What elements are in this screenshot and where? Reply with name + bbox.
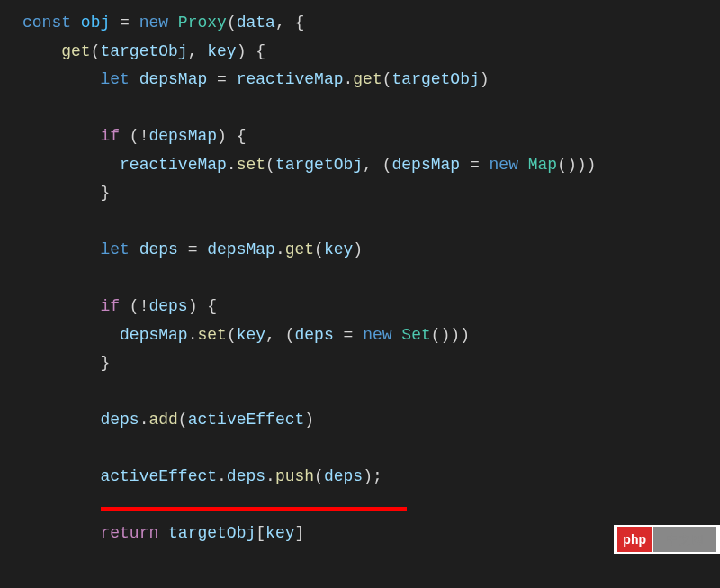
brace-close: } bbox=[100, 184, 110, 202]
punct: ( bbox=[382, 70, 392, 88]
punct: ( bbox=[314, 240, 324, 258]
keyword-new: new bbox=[490, 156, 518, 174]
prop-deps: deps bbox=[227, 467, 266, 485]
punct: ())) bbox=[431, 326, 470, 344]
punct: . bbox=[227, 156, 237, 174]
punct: . bbox=[266, 467, 275, 485]
var-depsMap: depsMap bbox=[148, 127, 217, 145]
var-reactiveMap: reactiveMap bbox=[237, 70, 344, 88]
class-map: Map bbox=[528, 156, 557, 174]
punct: ( bbox=[314, 467, 324, 485]
code-line-empty bbox=[22, 492, 720, 520]
code-line: depsMap.set(key, (deps = new Set())) bbox=[22, 321, 720, 350]
punct: ); bbox=[363, 467, 382, 485]
var-targetObj: targetObj bbox=[168, 524, 256, 542]
punct: . bbox=[217, 467, 227, 485]
keyword-new: new bbox=[140, 14, 168, 32]
method-get: get bbox=[285, 240, 314, 258]
var-deps: deps bbox=[140, 240, 178, 258]
class-proxy: Proxy bbox=[178, 14, 227, 32]
punct: ] bbox=[294, 524, 304, 542]
var-deps: deps bbox=[148, 297, 187, 315]
var-obj: obj bbox=[81, 14, 110, 32]
keyword-new: new bbox=[363, 326, 392, 344]
code-line: reactiveMap.set(targetObj, (depsMap = ne… bbox=[22, 151, 720, 180]
code-line: let deps = depsMap.get(key) bbox=[22, 236, 720, 265]
code-line: if (!deps) { bbox=[22, 293, 720, 321]
punct: ) bbox=[304, 411, 314, 429]
punct: , bbox=[188, 42, 208, 60]
operator: = bbox=[207, 70, 236, 88]
watermark-brand: php bbox=[617, 527, 652, 553]
keyword-if: if bbox=[100, 127, 120, 145]
operator: = bbox=[334, 326, 363, 344]
code-editor: const obj = new Proxy(data, { get(target… bbox=[22, 9, 720, 548]
brace-close: } bbox=[100, 354, 110, 372]
param-key: key bbox=[207, 42, 236, 60]
var-data: data bbox=[237, 14, 275, 32]
keyword-return: return bbox=[100, 524, 158, 542]
class-set: Set bbox=[401, 326, 430, 344]
var-reactiveMap: reactiveMap bbox=[120, 156, 227, 174]
method-add: add bbox=[148, 411, 177, 429]
var-key: key bbox=[324, 240, 353, 258]
var-deps: deps bbox=[295, 326, 334, 344]
punct: . bbox=[140, 411, 149, 429]
code-line-empty bbox=[22, 265, 720, 294]
operator: = bbox=[178, 240, 207, 258]
code-line: } bbox=[22, 179, 720, 208]
keyword-const: const bbox=[22, 14, 71, 32]
code-line-empty bbox=[22, 95, 720, 123]
punct: , { bbox=[275, 14, 304, 32]
punct: ) { bbox=[188, 297, 217, 315]
punct: . bbox=[275, 240, 285, 258]
code-line: activeEffect.deps.push(deps); bbox=[22, 463, 720, 492]
var-targetObj: targetObj bbox=[392, 70, 480, 88]
var-targetObj: targetObj bbox=[275, 156, 363, 174]
var-depsMap: depsMap bbox=[140, 70, 208, 88]
var-activeEffect: activeEffect bbox=[188, 411, 305, 429]
code-line: const obj = new Proxy(data, { bbox=[22, 9, 720, 38]
code-line-empty bbox=[22, 435, 720, 464]
punct: ( bbox=[227, 326, 237, 344]
method-get: get bbox=[61, 42, 90, 60]
watermark: php 中文网 bbox=[614, 525, 720, 555]
punct: ) bbox=[480, 70, 490, 88]
punct: , ( bbox=[266, 326, 294, 344]
var-key: key bbox=[266, 524, 294, 542]
operator: = bbox=[460, 156, 489, 174]
var-deps: deps bbox=[100, 411, 139, 429]
punct: ) bbox=[353, 240, 363, 258]
highlight-underline bbox=[101, 507, 407, 511]
param-targetObj: targetObj bbox=[100, 42, 187, 60]
punct: (! bbox=[120, 127, 148, 145]
keyword-let: let bbox=[100, 70, 129, 88]
punct: ( bbox=[227, 14, 237, 32]
punct: (! bbox=[120, 297, 148, 315]
method-set: set bbox=[197, 326, 226, 344]
method-get: get bbox=[353, 70, 382, 88]
punct: ( bbox=[266, 156, 275, 174]
punct: . bbox=[344, 70, 354, 88]
punct: ( bbox=[178, 411, 188, 429]
punct: ) { bbox=[237, 42, 266, 60]
keyword-let: let bbox=[100, 240, 129, 258]
var-depsMap: depsMap bbox=[207, 240, 275, 258]
punct: ())) bbox=[557, 156, 596, 174]
var-depsMap: depsMap bbox=[392, 156, 461, 174]
code-line-empty bbox=[22, 208, 720, 237]
operator: = bbox=[110, 14, 139, 32]
var-activeEffect: activeEffect bbox=[100, 467, 217, 485]
punct: [ bbox=[256, 524, 266, 542]
var-depsMap: depsMap bbox=[120, 326, 188, 344]
var-deps: deps bbox=[324, 467, 363, 485]
method-push: push bbox=[275, 467, 314, 485]
punct: . bbox=[188, 326, 198, 344]
punct: , ( bbox=[363, 156, 392, 174]
code-line: if (!depsMap) { bbox=[22, 122, 720, 151]
code-line: } bbox=[22, 349, 720, 378]
punct: ( bbox=[91, 42, 101, 60]
method-set: set bbox=[237, 156, 266, 174]
code-line: get(targetObj, key) { bbox=[22, 38, 720, 67]
code-line: deps.add(activeEffect) bbox=[22, 406, 720, 435]
